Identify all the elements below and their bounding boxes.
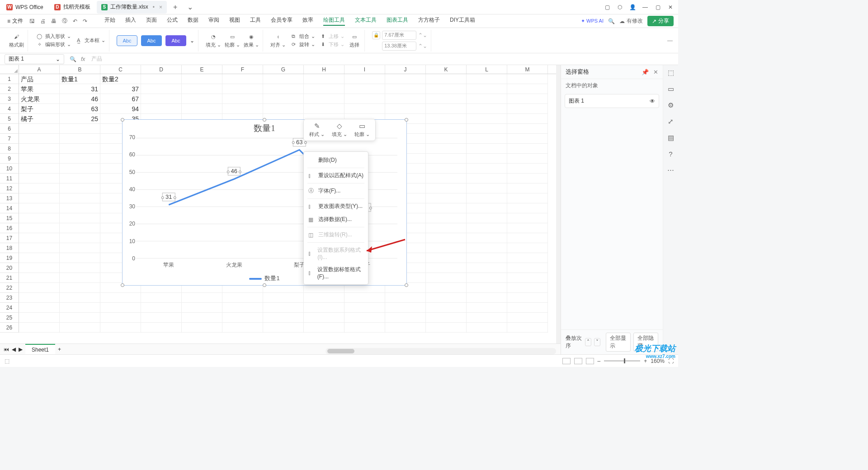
undo-icon[interactable]: ↶ [71,18,79,24]
edit-shape-button[interactable]: ✧编辑形状 ⌄ [35,41,71,49]
cell[interactable] [467,273,507,283]
cell[interactable] [19,203,60,213]
resize-handle[interactable] [405,283,408,287]
cell[interactable] [141,303,182,313]
context-menu-item[interactable]: ⫿重设以匹配样式(A) [304,169,368,182]
cell[interactable] [467,164,507,174]
tab-text[interactable]: 文本工具 [355,16,377,26]
height-input[interactable]: 7.67厘米 [382,31,416,40]
cell[interactable] [426,154,467,164]
cell[interactable] [426,124,467,134]
cell[interactable] [141,94,182,104]
cell[interactable] [344,84,385,94]
row-headers[interactable]: 1234567891011121314151617181920212223242… [0,74,19,333]
cell[interactable] [182,303,222,313]
cell[interactable] [426,114,467,124]
cell[interactable] [222,303,263,313]
text-box-button[interactable]: A̲文本框 ⌄ [75,37,105,45]
cell[interactable] [182,313,222,323]
cell[interactable] [263,293,304,303]
cell[interactable] [182,104,222,114]
row-header[interactable]: 14 [0,203,19,213]
tab-ffgz[interactable]: 方方格子 [418,16,440,26]
resize-handle[interactable] [263,118,266,122]
cell[interactable] [304,94,344,104]
cell[interactable] [426,94,467,104]
quick-print-icon[interactable]: 🖨 [38,18,47,24]
cell[interactable] [507,303,548,313]
cell[interactable] [304,104,344,114]
cell[interactable] [222,293,263,303]
cell[interactable] [60,154,100,164]
cell[interactable] [507,94,548,104]
avatar-icon[interactable]: 👤 [629,4,636,10]
cell[interactable] [182,293,222,303]
search-icon[interactable]: 🔍 [608,18,615,24]
cell[interactable] [60,323,100,333]
cell[interactable] [507,253,548,263]
cell[interactable] [19,323,60,333]
context-menu-item[interactable]: ▦选择数据(E)... [304,213,368,226]
cell[interactable] [507,114,548,124]
cell[interactable] [385,84,426,94]
tab-chart[interactable]: 图表工具 [387,16,408,26]
row-header[interactable]: 1 [0,74,19,84]
tab-data[interactable]: 数据 [188,16,198,26]
tab-formula[interactable]: 公式 [167,16,178,26]
cell[interactable] [19,263,60,273]
tab-diy[interactable]: DIY工具箱 [450,16,475,26]
context-menu-item[interactable]: ⫿更改图表类型(Y)... [304,200,368,213]
cell[interactable] [467,303,507,313]
cell[interactable] [19,193,60,203]
group-button[interactable]: ⧉组合 ⌄ [289,33,315,41]
row-header[interactable]: 10 [0,164,19,174]
cell[interactable] [19,273,60,283]
cell[interactable] [141,74,182,84]
cell[interactable] [507,84,548,94]
format-brush-button[interactable]: 🖌格式刷 [9,33,24,48]
cell[interactable] [344,323,385,333]
cell[interactable] [467,144,507,154]
col-header[interactable]: D [141,65,182,74]
cell[interactable] [60,303,100,313]
cell[interactable] [19,174,60,183]
app-tab-wps[interactable]: WWPS Office [2,1,48,14]
cell[interactable] [263,74,304,84]
cell[interactable] [19,144,60,154]
cell[interactable] [19,164,60,174]
cell[interactable] [141,313,182,323]
cell[interactable] [385,313,426,323]
col-header[interactable]: A [19,65,60,74]
cell[interactable] [182,94,222,104]
cell[interactable] [385,74,426,84]
sheet-prev-icon[interactable]: ◀ [12,346,16,352]
insert-shape-button[interactable]: ◯插入形状 ⌄ [35,33,71,41]
side-tool-icon[interactable]: ▤ [668,134,674,142]
row-header[interactable]: 3 [0,94,19,104]
eye-icon[interactable]: 👁 [650,98,655,104]
cell[interactable] [507,213,548,223]
row-header[interactable]: 20 [0,263,19,273]
outline-button[interactable]: ▭轮廓 ⌄ [225,33,240,48]
cell[interactable] [60,293,100,303]
close-pane-icon[interactable]: ✕ [653,69,658,75]
cell[interactable] [507,134,548,144]
col-header[interactable]: G [263,65,304,74]
quick-q-icon[interactable]: Ⓠ [60,17,69,25]
cell[interactable] [426,74,467,84]
cell[interactable] [467,283,507,293]
maximize-icon[interactable]: ▢ [655,4,661,10]
show-all-button[interactable]: 全部显示 [606,333,631,352]
cell[interactable] [60,243,100,253]
cell[interactable] [385,94,426,104]
side-tool-icon[interactable]: ⋯ [667,166,674,174]
effect-button[interactable]: ◉效果 ⌄ [244,33,259,48]
cell[interactable] [222,313,263,323]
cell[interactable] [467,263,507,273]
row-header[interactable]: 25 [0,313,19,323]
cell[interactable] [426,134,467,144]
cell[interactable] [263,313,304,323]
cell[interactable] [19,183,60,193]
cell[interactable] [222,74,263,84]
object-list-item[interactable]: 图表 1👁 [565,94,659,108]
